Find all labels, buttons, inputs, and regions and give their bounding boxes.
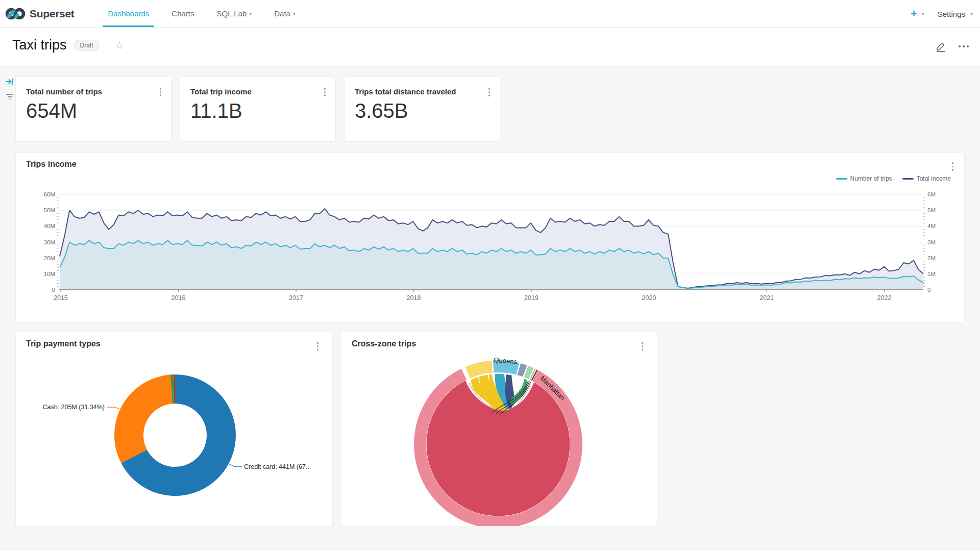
dashboard-content: Total number of trips 654M Total trip in… <box>0 66 980 551</box>
panel-trip-payment-types: Trip payment types Cash: 205M (31.34%) C… <box>15 332 333 527</box>
panel-cross-zone-trips: Cross-zone trips ManhattanQueens <box>341 332 657 527</box>
caret-down-icon: ▾ <box>970 11 973 16</box>
svg-text:50M: 50M <box>44 207 55 213</box>
svg-text:20M: 20M <box>44 255 55 261</box>
nav-tab-dashboards[interactable]: Dashboards <box>103 0 154 27</box>
dashboard-header: Taxi trips Draft ☆ <box>0 28 980 66</box>
nav-menu: Dashboards Charts SQL Lab▾ Data▾ <box>96 0 306 27</box>
expand-filter-bar-icon[interactable] <box>5 78 14 86</box>
svg-text:2016: 2016 <box>172 294 186 302</box>
more-options-icon[interactable] <box>957 43 971 49</box>
caret-down-icon: ▾ <box>249 11 252 16</box>
svg-text:2015: 2015 <box>54 294 68 302</box>
kebab-menu-icon[interactable] <box>323 86 328 98</box>
kpi-value: 11.1B <box>190 99 242 122</box>
svg-text:2M: 2M <box>927 255 936 261</box>
settings-menu[interactable]: Settings ▾ <box>938 10 973 18</box>
kebab-menu-icon[interactable] <box>158 86 163 98</box>
chord-zone-arc <box>465 361 493 379</box>
nav-tab-data[interactable]: Data▾ <box>269 0 301 27</box>
svg-text:2019: 2019 <box>524 294 538 302</box>
svg-text:1M: 1M <box>927 271 936 277</box>
superset-dashboard-page: Superset Dashboards Charts SQL Lab▾ Data… <box>0 0 980 551</box>
caret-down-icon: ▾ <box>922 11 924 16</box>
kpi-card-trip-income: Total trip income 11.1B <box>180 77 336 142</box>
pie-slice <box>114 374 173 463</box>
nav-right-actions: + ▾ Settings ▾ <box>911 0 973 28</box>
favorite-star-icon[interactable]: ☆ <box>115 39 125 52</box>
svg-text:2018: 2018 <box>407 294 421 302</box>
timeseries-area-chart: 0010M1M20M2M30M3M40M4M50M5M60M6M20152016… <box>16 153 964 322</box>
top-navbar: Superset Dashboards Charts SQL Lab▾ Data… <box>0 0 980 28</box>
svg-text:6M: 6M <box>927 191 936 197</box>
pie-callout-credit-card: Credit card: 441M (67... <box>244 463 311 470</box>
kpi-value: 3.65B <box>355 99 408 122</box>
pie-callout-cash: Cash: 205M (31.34%) <box>42 404 105 411</box>
kpi-card-total-distance: Trips total distance traveled 3.65B <box>344 77 500 142</box>
svg-text:30M: 30M <box>44 239 55 245</box>
filter-icon[interactable] <box>5 93 14 100</box>
svg-text:5M: 5M <box>927 207 936 213</box>
svg-text:2022: 2022 <box>877 294 892 302</box>
donut-chart <box>16 332 332 526</box>
panel-trips-income: Trips income Number of trips Total incom… <box>15 152 965 322</box>
header-actions <box>935 40 971 53</box>
nav-tab-charts[interactable]: Charts <box>166 0 199 27</box>
legend-swatch <box>836 178 847 180</box>
caret-down-icon: ▾ <box>293 11 296 16</box>
legend-item-total-income[interactable]: Total income <box>902 175 951 182</box>
chord-diagram: ManhattanQueens <box>341 332 657 526</box>
svg-text:40M: 40M <box>44 223 55 229</box>
legend-item-number-of-trips[interactable]: Number of trips <box>836 175 892 182</box>
kpi-title: Total number of trips <box>26 87 102 96</box>
superset-infinity-icon <box>5 6 26 21</box>
svg-text:2020: 2020 <box>642 294 656 302</box>
svg-text:60M: 60M <box>44 191 55 197</box>
superset-logo[interactable]: Superset <box>0 0 83 27</box>
kebab-menu-icon[interactable] <box>487 86 492 98</box>
svg-text:0: 0 <box>927 287 930 293</box>
edit-pencil-icon[interactable] <box>935 40 946 53</box>
kpi-title: Total trip income <box>190 87 252 96</box>
svg-text:2021: 2021 <box>760 294 774 302</box>
svg-text:2017: 2017 <box>289 294 303 302</box>
create-new-button[interactable]: + ▾ <box>911 8 924 19</box>
plus-icon: + <box>911 8 917 19</box>
brand-name: Superset <box>30 8 74 20</box>
filter-bar-collapsed <box>3 78 16 100</box>
kebab-menu-icon[interactable] <box>950 161 955 172</box>
title-row: Taxi trips Draft ☆ <box>12 37 124 53</box>
legend-swatch <box>902 178 914 180</box>
svg-text:4M: 4M <box>927 223 936 229</box>
page-title: Taxi trips <box>12 37 67 53</box>
kpi-value: 654M <box>26 99 77 122</box>
svg-text:10M: 10M <box>44 271 55 277</box>
status-badge: Draft <box>74 40 100 51</box>
svg-text:3M: 3M <box>927 239 936 245</box>
kpi-title: Trips total distance traveled <box>355 87 456 96</box>
chart-legend: Number of trips Total income <box>836 175 951 182</box>
kpi-card-total-trips: Total number of trips 654M <box>15 77 172 142</box>
nav-tab-sql-lab[interactable]: SQL Lab▾ <box>212 0 257 27</box>
svg-text:0: 0 <box>52 287 55 293</box>
panel-title: Trips income <box>26 160 77 169</box>
